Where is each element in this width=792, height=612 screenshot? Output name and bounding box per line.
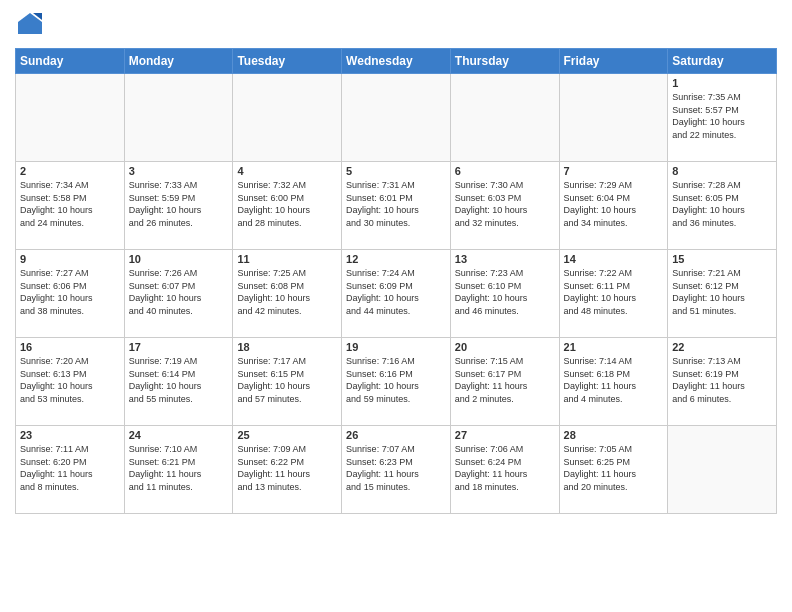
calendar-week-3: 9Sunrise: 7:27 AM Sunset: 6:06 PM Daylig… [16,250,777,338]
calendar-header-wednesday: Wednesday [342,49,451,74]
day-info: Sunrise: 7:22 AM Sunset: 6:11 PM Dayligh… [564,267,664,317]
day-info: Sunrise: 7:13 AM Sunset: 6:19 PM Dayligh… [672,355,772,405]
day-info: Sunrise: 7:35 AM Sunset: 5:57 PM Dayligh… [672,91,772,141]
day-info: Sunrise: 7:30 AM Sunset: 6:03 PM Dayligh… [455,179,555,229]
calendar-cell [16,74,125,162]
day-number: 2 [20,165,120,177]
day-info: Sunrise: 7:32 AM Sunset: 6:00 PM Dayligh… [237,179,337,229]
day-info: Sunrise: 7:05 AM Sunset: 6:25 PM Dayligh… [564,443,664,493]
calendar-cell: 26Sunrise: 7:07 AM Sunset: 6:23 PM Dayli… [342,426,451,514]
day-info: Sunrise: 7:28 AM Sunset: 6:05 PM Dayligh… [672,179,772,229]
day-info: Sunrise: 7:27 AM Sunset: 6:06 PM Dayligh… [20,267,120,317]
day-info: Sunrise: 7:31 AM Sunset: 6:01 PM Dayligh… [346,179,446,229]
day-number: 26 [346,429,446,441]
day-number: 13 [455,253,555,265]
day-info: Sunrise: 7:07 AM Sunset: 6:23 PM Dayligh… [346,443,446,493]
calendar-cell: 4Sunrise: 7:32 AM Sunset: 6:00 PM Daylig… [233,162,342,250]
calendar-cell: 19Sunrise: 7:16 AM Sunset: 6:16 PM Dayli… [342,338,451,426]
calendar-week-2: 2Sunrise: 7:34 AM Sunset: 5:58 PM Daylig… [16,162,777,250]
calendar-cell: 25Sunrise: 7:09 AM Sunset: 6:22 PM Dayli… [233,426,342,514]
page: SundayMondayTuesdayWednesdayThursdayFrid… [0,0,792,612]
day-info: Sunrise: 7:17 AM Sunset: 6:15 PM Dayligh… [237,355,337,405]
day-number: 8 [672,165,772,177]
calendar-week-1: 1Sunrise: 7:35 AM Sunset: 5:57 PM Daylig… [16,74,777,162]
day-info: Sunrise: 7:33 AM Sunset: 5:59 PM Dayligh… [129,179,229,229]
calendar-cell: 24Sunrise: 7:10 AM Sunset: 6:21 PM Dayli… [124,426,233,514]
day-number: 19 [346,341,446,353]
day-number: 12 [346,253,446,265]
day-info: Sunrise: 7:34 AM Sunset: 5:58 PM Dayligh… [20,179,120,229]
calendar-cell: 13Sunrise: 7:23 AM Sunset: 6:10 PM Dayli… [450,250,559,338]
calendar-cell: 28Sunrise: 7:05 AM Sunset: 6:25 PM Dayli… [559,426,668,514]
calendar-header-monday: Monday [124,49,233,74]
day-info: Sunrise: 7:11 AM Sunset: 6:20 PM Dayligh… [20,443,120,493]
calendar-cell: 18Sunrise: 7:17 AM Sunset: 6:15 PM Dayli… [233,338,342,426]
day-info: Sunrise: 7:24 AM Sunset: 6:09 PM Dayligh… [346,267,446,317]
day-info: Sunrise: 7:26 AM Sunset: 6:07 PM Dayligh… [129,267,229,317]
calendar-header-tuesday: Tuesday [233,49,342,74]
day-number: 9 [20,253,120,265]
calendar-cell: 12Sunrise: 7:24 AM Sunset: 6:09 PM Dayli… [342,250,451,338]
calendar-cell [233,74,342,162]
calendar-header-saturday: Saturday [668,49,777,74]
day-number: 23 [20,429,120,441]
calendar-cell: 17Sunrise: 7:19 AM Sunset: 6:14 PM Dayli… [124,338,233,426]
calendar-cell [450,74,559,162]
calendar-cell: 5Sunrise: 7:31 AM Sunset: 6:01 PM Daylig… [342,162,451,250]
day-number: 21 [564,341,664,353]
day-info: Sunrise: 7:21 AM Sunset: 6:12 PM Dayligh… [672,267,772,317]
logo-icon [15,10,45,40]
day-number: 16 [20,341,120,353]
calendar-cell: 2Sunrise: 7:34 AM Sunset: 5:58 PM Daylig… [16,162,125,250]
calendar-table: SundayMondayTuesdayWednesdayThursdayFrid… [15,48,777,514]
day-number: 24 [129,429,229,441]
day-info: Sunrise: 7:06 AM Sunset: 6:24 PM Dayligh… [455,443,555,493]
day-number: 7 [564,165,664,177]
day-number: 28 [564,429,664,441]
calendar-week-4: 16Sunrise: 7:20 AM Sunset: 6:13 PM Dayli… [16,338,777,426]
day-number: 17 [129,341,229,353]
calendar-cell: 15Sunrise: 7:21 AM Sunset: 6:12 PM Dayli… [668,250,777,338]
day-number: 5 [346,165,446,177]
calendar-cell: 22Sunrise: 7:13 AM Sunset: 6:19 PM Dayli… [668,338,777,426]
day-number: 20 [455,341,555,353]
calendar-cell: 7Sunrise: 7:29 AM Sunset: 6:04 PM Daylig… [559,162,668,250]
calendar-cell: 9Sunrise: 7:27 AM Sunset: 6:06 PM Daylig… [16,250,125,338]
day-number: 1 [672,77,772,89]
day-number: 6 [455,165,555,177]
calendar-cell: 23Sunrise: 7:11 AM Sunset: 6:20 PM Dayli… [16,426,125,514]
calendar-cell [668,426,777,514]
calendar-cell: 6Sunrise: 7:30 AM Sunset: 6:03 PM Daylig… [450,162,559,250]
day-info: Sunrise: 7:25 AM Sunset: 6:08 PM Dayligh… [237,267,337,317]
day-number: 15 [672,253,772,265]
day-info: Sunrise: 7:20 AM Sunset: 6:13 PM Dayligh… [20,355,120,405]
calendar-header-row: SundayMondayTuesdayWednesdayThursdayFrid… [16,49,777,74]
calendar-header-friday: Friday [559,49,668,74]
calendar-header-sunday: Sunday [16,49,125,74]
day-info: Sunrise: 7:09 AM Sunset: 6:22 PM Dayligh… [237,443,337,493]
calendar-cell: 10Sunrise: 7:26 AM Sunset: 6:07 PM Dayli… [124,250,233,338]
day-info: Sunrise: 7:16 AM Sunset: 6:16 PM Dayligh… [346,355,446,405]
day-info: Sunrise: 7:10 AM Sunset: 6:21 PM Dayligh… [129,443,229,493]
calendar-cell: 11Sunrise: 7:25 AM Sunset: 6:08 PM Dayli… [233,250,342,338]
calendar-cell: 16Sunrise: 7:20 AM Sunset: 6:13 PM Dayli… [16,338,125,426]
day-number: 25 [237,429,337,441]
day-number: 14 [564,253,664,265]
day-number: 22 [672,341,772,353]
day-number: 10 [129,253,229,265]
day-info: Sunrise: 7:19 AM Sunset: 6:14 PM Dayligh… [129,355,229,405]
day-number: 11 [237,253,337,265]
day-info: Sunrise: 7:23 AM Sunset: 6:10 PM Dayligh… [455,267,555,317]
calendar-cell: 21Sunrise: 7:14 AM Sunset: 6:18 PM Dayli… [559,338,668,426]
day-info: Sunrise: 7:29 AM Sunset: 6:04 PM Dayligh… [564,179,664,229]
day-number: 3 [129,165,229,177]
calendar-cell [559,74,668,162]
calendar-cell [342,74,451,162]
header [15,10,777,40]
calendar-cell: 1Sunrise: 7:35 AM Sunset: 5:57 PM Daylig… [668,74,777,162]
calendar-header-thursday: Thursday [450,49,559,74]
calendar-cell: 8Sunrise: 7:28 AM Sunset: 6:05 PM Daylig… [668,162,777,250]
calendar-week-5: 23Sunrise: 7:11 AM Sunset: 6:20 PM Dayli… [16,426,777,514]
calendar-cell: 3Sunrise: 7:33 AM Sunset: 5:59 PM Daylig… [124,162,233,250]
day-number: 18 [237,341,337,353]
